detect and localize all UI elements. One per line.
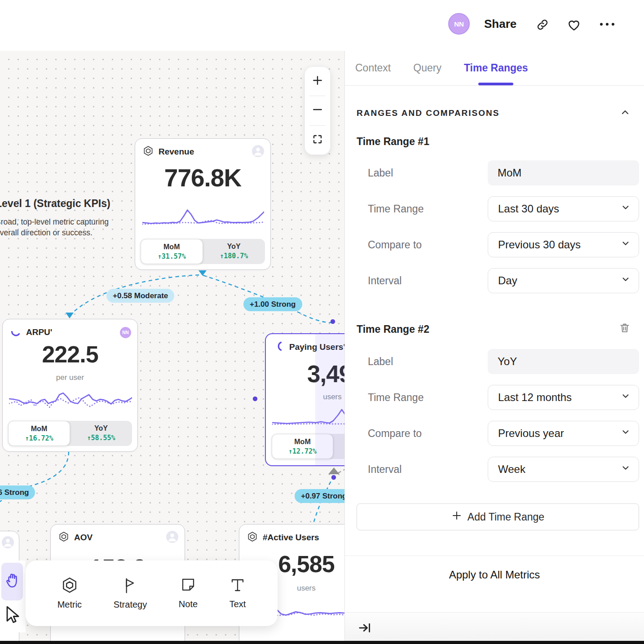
zoom-in-button[interactable]: [305, 67, 330, 96]
time-range-select[interactable]: Last 12 months: [488, 385, 639, 410]
metric-tool-button[interactable]: Metric: [57, 577, 82, 610]
comparison-toggle: MoM ↑31.57% YoY ↑180.7%: [141, 239, 265, 264]
note-body: Broad, top-level metric capturingoverall…: [0, 217, 117, 238]
collaborator-badge: NN: [120, 327, 131, 338]
link-icon: [536, 18, 549, 31]
select-tool-button[interactable]: [4, 605, 21, 627]
metric-card-revenue[interactable]: Revenue 776.8K MoM ↑31.57% YoY ↑180.7%: [135, 138, 271, 270]
text-icon: [229, 577, 246, 595]
section-title: RANGES AND COMPARISONS: [357, 108, 499, 118]
zoom-out-button[interactable]: [305, 96, 330, 125]
segment-label: YoY: [227, 243, 241, 251]
correlation-badge[interactable]: +1.00 Strong: [243, 297, 302, 311]
note-title: Level 1 (Strategic KPIs): [0, 198, 117, 210]
field-label: Time Range: [368, 203, 423, 215]
panel-tabs: Context Query Time Ranges: [345, 51, 644, 86]
metric-card-paying-users[interactable]: Paying Users' 3,49 users MoM ↑12.72%: [265, 333, 344, 466]
chevron-down-icon: [621, 427, 631, 440]
strategy-tool-button[interactable]: Strategy: [114, 577, 147, 610]
field-label: Time Range: [368, 392, 423, 404]
plus-icon: [451, 510, 462, 524]
mom-segment[interactable]: MoM ↑16.72%: [8, 421, 70, 446]
input-value: MoM: [498, 167, 521, 179]
fit-view-button[interactable]: [305, 126, 330, 154]
collapse-panel-button[interactable]: [358, 621, 371, 636]
level1-note: Level 1 (Strategic KPIs) Broad, top-leve…: [0, 198, 117, 238]
compare-to-select[interactable]: Previous 30 days: [488, 232, 639, 257]
correlation-badge[interactable]: +0.97 Strong: [295, 489, 344, 503]
metric-card-arpu[interactable]: ARPU' NN 222.5 per user MoM ↑16.72% YoY …: [2, 319, 138, 452]
heart-icon: [567, 18, 581, 32]
correlation-badge[interactable]: 66 Strong: [0, 485, 35, 499]
segment-label: MoM: [163, 243, 180, 251]
chevron-up-icon[interactable]: [620, 107, 631, 119]
fullscreen-icon: [312, 134, 323, 146]
field-label: Label: [368, 167, 393, 179]
copy-link-button[interactable]: [536, 18, 549, 31]
compare-to-select[interactable]: Previous year: [488, 421, 639, 446]
chevron-down-icon: [621, 391, 631, 404]
delete-time-range-button[interactable]: [619, 322, 631, 336]
tool-label: Metric: [57, 600, 82, 610]
field-label: Interval: [368, 275, 401, 287]
yoy-segment[interactable]: YoY ↑58.55%: [70, 421, 132, 446]
tab-context[interactable]: Context: [355, 51, 391, 85]
time-ranges-content: RANGES AND COMPARISONS Time Range #1 Lab…: [345, 85, 644, 593]
hexagon-metric-icon: [143, 146, 154, 158]
select-value: Last 12 months: [498, 391, 572, 404]
note-tool-button[interactable]: Note: [179, 577, 198, 609]
select-value: Week: [498, 463, 525, 476]
more-menu-button[interactable]: [599, 22, 615, 26]
time-range-2-fields: Label YoY Time Range Last 12 months Comp…: [345, 349, 644, 482]
top-header: NN Share: [0, 0, 644, 51]
metric-tree-canvas[interactable]: Level 1 (Strategic KPIs) Broad, top-leve…: [0, 51, 344, 644]
field-label: Compare to: [368, 428, 422, 440]
label-input[interactable]: MoM: [488, 160, 639, 185]
label-input[interactable]: YoY: [488, 349, 639, 374]
time-range-select[interactable]: Last 30 days: [488, 196, 639, 221]
segment-label: MoM: [31, 425, 47, 433]
chevron-down-icon: [621, 238, 631, 251]
segment-value: ↑180.7%: [220, 252, 248, 260]
favorite-button[interactable]: [567, 18, 581, 32]
note-icon: [180, 577, 196, 595]
owner-avatar-placeholder[interactable]: [2, 536, 14, 550]
hand-icon: [4, 572, 20, 591]
hexagon-metric-icon: [247, 531, 258, 544]
zoom-controls: [304, 66, 331, 155]
add-time-range-button[interactable]: Add Time Range: [357, 503, 639, 530]
hand-tool-button[interactable]: [1, 563, 23, 600]
tool-column: [0, 560, 26, 632]
yoy-segment[interactable]: YoY ↑180.7%: [203, 239, 265, 264]
interval-select[interactable]: Week: [488, 457, 639, 482]
text-tool-button[interactable]: Text: [229, 577, 246, 609]
share-button[interactable]: Share: [484, 17, 516, 31]
owner-avatar-placeholder[interactable]: [166, 531, 178, 545]
segment-value: ↑16.72%: [25, 434, 53, 442]
time-range-1-fields: Label MoM Time Range Last 30 days Compar…: [345, 160, 644, 293]
minus-icon: [312, 104, 323, 117]
canvas-toolbar: Metric Strategy Note: [26, 560, 278, 626]
mom-segment[interactable]: MoM ↑31.57%: [141, 239, 203, 264]
time-range-1-title: Time Range #1: [357, 136, 631, 148]
card-title: ARPU': [26, 327, 52, 337]
tool-label: Note: [179, 599, 198, 609]
metric-value: 222.5: [3, 341, 137, 368]
cursor-icon: [4, 619, 21, 626]
card-title: Revenue: [159, 147, 194, 157]
bottom-bar: [0, 641, 644, 644]
owner-avatar-placeholder[interactable]: [252, 145, 264, 159]
field-label: Interval: [368, 463, 401, 476]
apply-all-metrics-button[interactable]: Apply to All Metrics: [345, 556, 644, 593]
comparison-toggle: MoM ↑16.72% YoY ↑58.55%: [8, 421, 132, 446]
plus-icon: [312, 75, 323, 88]
tab-time-ranges[interactable]: Time Ranges: [464, 51, 528, 85]
metric-tree-app: NN Share: [0, 0, 644, 644]
correlation-badge[interactable]: +0.58 Moderate: [106, 289, 174, 303]
interval-select[interactable]: Day: [488, 268, 639, 293]
segment-value: ↑31.57%: [158, 252, 186, 260]
user-avatar[interactable]: NN: [448, 13, 470, 35]
section-header[interactable]: RANGES AND COMPARISONS: [357, 107, 631, 119]
tab-query[interactable]: Query: [413, 51, 441, 85]
chevron-down-icon: [621, 274, 631, 287]
